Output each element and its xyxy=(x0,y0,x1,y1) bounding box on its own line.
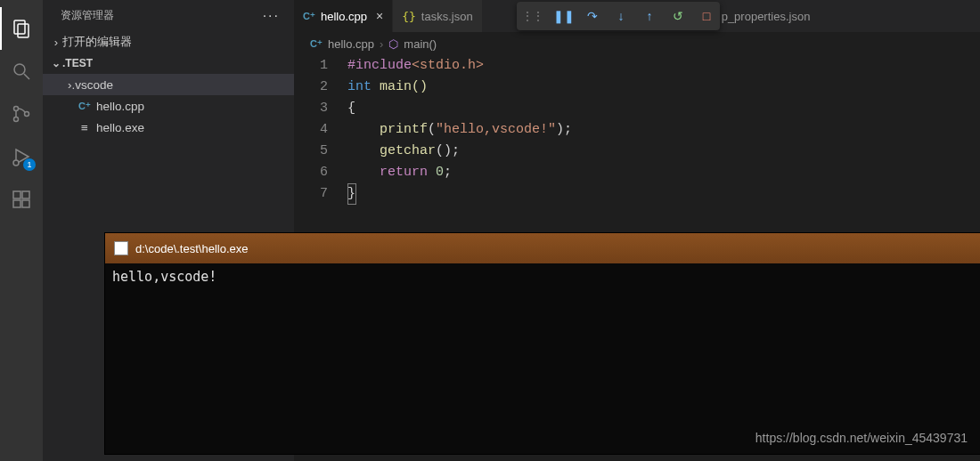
svg-point-8 xyxy=(13,160,19,166)
cpp-file-icon: C⁺ xyxy=(303,11,315,22)
tree-file-hello-exe[interactable]: ≡ hello.exe xyxy=(43,117,294,138)
sidebar-header: 资源管理器 ··· xyxy=(43,0,294,31)
tree-item-label: hello.cpp xyxy=(96,100,144,113)
open-editors-label: 打开的编辑器 xyxy=(62,34,132,50)
svg-point-6 xyxy=(25,112,29,117)
debug-badge: 1 xyxy=(23,158,36,171)
tree-item-label: .vscode xyxy=(72,78,114,92)
folder-section[interactable]: ⌄ .TEST xyxy=(43,53,294,74)
console-window[interactable]: d:\code\.test\hello.exe hello,vscode! ht… xyxy=(105,233,980,454)
debug-toolbar[interactable]: ⋮⋮ ❚❚ ↷ ↓ ↑ ↺ □ xyxy=(517,2,720,30)
console-title-text: d:\code\.test\hello.exe xyxy=(135,242,248,255)
svg-rect-1 xyxy=(18,24,29,37)
run-debug-icon[interactable]: 1 xyxy=(0,135,43,178)
restart-icon[interactable]: ↺ xyxy=(670,8,686,24)
chevron-right-icon: › xyxy=(380,37,383,51)
json-file-icon: {} xyxy=(402,10,416,23)
explorer-icon[interactable] xyxy=(0,7,43,50)
tab-label: p_properties.json xyxy=(722,10,811,23)
svg-rect-10 xyxy=(22,191,29,198)
chevron-right-icon: › xyxy=(50,36,62,49)
close-icon[interactable]: × xyxy=(376,9,383,23)
tab-hello-cpp[interactable]: C⁺ hello.cpp × xyxy=(294,0,393,32)
stop-icon[interactable]: □ xyxy=(698,8,715,24)
step-over-icon[interactable]: ↷ xyxy=(584,8,600,24)
chevron-down-icon: ⌄ xyxy=(50,57,62,69)
svg-rect-9 xyxy=(13,191,20,198)
tab-label: tasks.json xyxy=(421,10,473,23)
tree-item-label: hello.exe xyxy=(96,121,144,134)
svg-line-3 xyxy=(24,74,29,79)
activity-bar: 1 xyxy=(0,0,43,461)
step-out-icon[interactable]: ↑ xyxy=(641,8,657,24)
line-gutter: 1 2 3 4 5 6 7 xyxy=(294,55,344,205)
svg-point-2 xyxy=(14,64,25,75)
svg-point-5 xyxy=(14,117,19,122)
exe-file-icon: ≡ xyxy=(77,121,93,134)
breadcrumb[interactable]: C⁺ hello.cpp › ⬡ main() xyxy=(294,32,980,55)
extensions-icon[interactable] xyxy=(0,178,43,221)
svg-point-4 xyxy=(14,107,19,111)
source-control-icon[interactable] xyxy=(0,93,43,135)
search-icon[interactable] xyxy=(0,50,43,93)
sidebar-title: 资源管理器 xyxy=(61,8,114,23)
drag-handle-icon[interactable]: ⋮⋮ xyxy=(522,10,543,22)
tab-label: hello.cpp xyxy=(321,10,367,23)
console-titlebar[interactable]: d:\code\.test\hello.exe xyxy=(105,233,980,263)
open-editors-section[interactable]: › 打开的编辑器 xyxy=(43,31,294,53)
cpp-file-icon: C⁺ xyxy=(77,101,93,112)
watermark: https://blog.csdn.net/weixin_45439731 xyxy=(755,431,968,445)
console-app-icon xyxy=(114,241,128,255)
breadcrumb-file: hello.cpp xyxy=(328,37,374,51)
svg-rect-12 xyxy=(22,200,29,207)
console-output: hello,vscode! xyxy=(105,263,980,290)
pause-icon[interactable]: ❚❚ xyxy=(556,8,572,24)
code-content[interactable]: #include<stdio.h> int main() { printf("h… xyxy=(344,55,980,205)
code-editor[interactable]: 1 2 3 4 5 6 7 #include<stdio.h> int main… xyxy=(294,55,980,205)
console-line: hello,vscode! xyxy=(112,269,216,285)
cpp-file-icon: C⁺ xyxy=(310,38,323,50)
svg-rect-11 xyxy=(13,200,20,207)
step-into-icon[interactable]: ↓ xyxy=(613,8,629,24)
folder-label: .TEST xyxy=(62,57,93,69)
svg-rect-0 xyxy=(14,20,25,34)
tree-file-hello-cpp[interactable]: C⁺ hello.cpp xyxy=(43,95,294,117)
tree-folder-vscode[interactable]: › .vscode xyxy=(43,74,294,95)
more-icon[interactable]: ··· xyxy=(263,8,280,24)
tab-tasks-json[interactable]: {} tasks.json xyxy=(393,0,482,32)
breadcrumb-symbol: main() xyxy=(404,37,437,51)
symbol-icon: ⬡ xyxy=(388,37,398,51)
